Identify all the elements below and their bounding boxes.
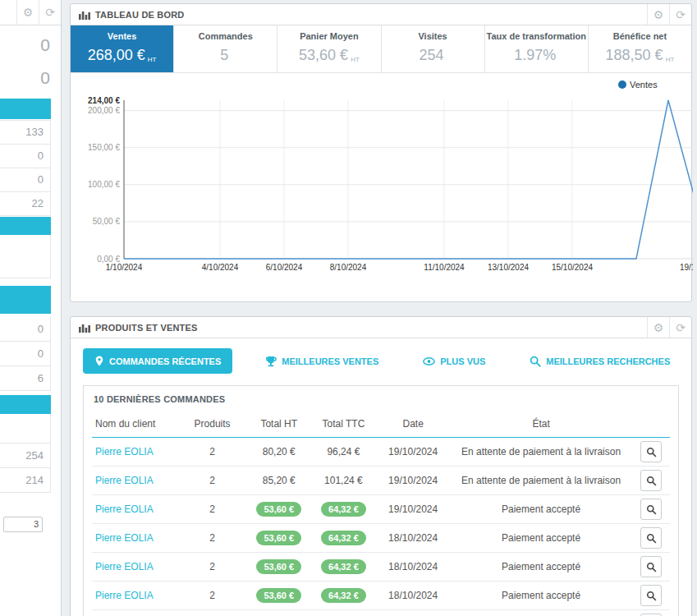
orders-tbody: Pierre EOLIA 2 80,20 € 96,24 € 19/10/202…	[92, 438, 670, 616]
total-ttc-value: 64,32 €	[321, 559, 366, 574]
order-date-cell: 19/10/2024	[376, 467, 450, 495]
kpi-value: 53,60 €HT	[277, 47, 380, 64]
magnifier-icon	[646, 447, 657, 457]
magnifier-icon	[646, 533, 657, 544]
order-actions-cell	[632, 553, 670, 582]
order-products-cell: 2	[177, 467, 247, 495]
empty-card	[0, 414, 51, 444]
products-panel-title: PRODUITS ET VENTES	[71, 317, 647, 338]
sales-chart: 214,00 €200,00 €150,00 €100,00 €50,00 €0…	[71, 75, 693, 284]
kpi-label: Visites	[382, 31, 484, 41]
client-link[interactable]: Pierre EOLIA	[95, 446, 154, 457]
tab-commandes-recentes[interactable]: COMMANDES RÉCENTES	[83, 348, 232, 374]
order-date-cell: 18/10/2024	[376, 553, 450, 582]
kpi-row: Ventes 268,00 €HT Commandes 5 Panier Moy…	[71, 25, 691, 73]
client-link[interactable]: Pierre EOLIA	[95, 475, 154, 486]
kpi-taux-transformation[interactable]: Taux de transformation 1.97%	[485, 25, 589, 72]
order-status-cell: Paiement accepté	[450, 610, 632, 616]
total-ttc-value: 101,24 €	[324, 475, 363, 486]
orders-table: Nom du client Produits Total HT Total TT…	[92, 411, 670, 616]
column-header-total-ttc: Total TTC	[311, 411, 377, 438]
tab-label: COMMANDES RÉCENTES	[109, 356, 221, 366]
kpi-label: Bénéfice net	[589, 31, 691, 41]
client-link[interactable]: Pierre EOLIA	[95, 561, 154, 572]
table-row: Pierre EOLIA 2 53,60 € 64,32 € 18/10/202…	[92, 582, 670, 610]
svg-text:214,00 €: 214,00 €	[88, 96, 120, 105]
dashboard-panel-header: TABLEAU DE BORD ⚙ ⟳	[71, 4, 691, 25]
kpi-benefice-net[interactable]: Bénéfice net 188,50 €HT	[589, 25, 691, 72]
refresh-icon[interactable]: ⟳	[669, 317, 691, 338]
kpi-ventes[interactable]: Ventes 268,00 €HT	[71, 25, 174, 72]
activity-panel-title	[0, 0, 16, 25]
kpi-commandes[interactable]: Commandes 5	[174, 25, 277, 72]
view-order-button[interactable]	[640, 499, 662, 520]
order-total-ht-cell: 80,20 €	[247, 438, 311, 467]
order-client-cell: Pierre EOLIA	[92, 582, 177, 610]
view-order-button[interactable]	[640, 527, 662, 549]
tab-plus-vus[interactable]: PLUS VUS	[411, 350, 497, 373]
order-status-cell: Paiement accepté	[450, 582, 632, 610]
gear-icon[interactable]: ⚙	[647, 317, 669, 338]
order-client-cell: Pierre EOLIA	[92, 524, 177, 553]
refresh-icon[interactable]: ⟳	[39, 0, 61, 25]
quantity-input[interactable]: 3	[3, 517, 43, 532]
tab-label: MEILLEURES VENTES	[282, 356, 378, 366]
view-order-button[interactable]	[640, 585, 662, 606]
order-date-cell: 19/10/2024	[376, 495, 450, 524]
order-total-ht-cell: 53,60 €	[247, 553, 311, 582]
kpi-panier-moyen[interactable]: Panier Moyen 53,60 €HT	[277, 25, 381, 72]
order-actions-cell	[632, 582, 670, 610]
gear-icon[interactable]: ⚙	[16, 0, 39, 25]
table-row: Pierre EOLIA 2 53,60 € 64,32 € 18/10/202…	[92, 524, 670, 553]
pin-icon	[94, 355, 104, 367]
recent-orders-box: 10 DERNIÈRES COMMANDES Nom du client Pro…	[83, 385, 679, 616]
table-row: Pierre EOLIA 2 53,60 € 64,32 € 18/10/202…	[92, 610, 670, 616]
order-status-cell: Paiement accepté	[450, 524, 632, 553]
order-actions-cell	[632, 467, 670, 495]
order-date-cell: 18/10/2024	[376, 524, 450, 553]
order-products-cell: 2	[177, 610, 247, 616]
products-tabs: COMMANDES RÉCENTES MEILLEURES VENTES PLU…	[71, 338, 691, 385]
refresh-icon[interactable]: ⟳	[669, 4, 691, 25]
table-row: Pierre EOLIA 2 53,60 € 64,32 € 18/10/202…	[92, 553, 670, 582]
kpi-visites[interactable]: Visites 254	[382, 25, 485, 72]
view-order-button[interactable]	[640, 441, 662, 462]
recent-orders-title: 10 DERNIÈRES COMMANDES	[84, 386, 678, 411]
view-order-button[interactable]	[640, 470, 662, 491]
client-link[interactable]: Pierre EOLIA	[95, 503, 154, 515]
column-header-client: Nom du client	[92, 411, 177, 438]
activity-stat-value: 0	[0, 31, 61, 59]
order-status-cell: Paiement accepté	[450, 553, 632, 582]
magnifier-icon	[530, 356, 541, 367]
dashboard-trends-panel: TABLEAU DE BORD ⚙ ⟳ Ventes 268,00 €HT Co…	[70, 3, 692, 302]
kpi-label: Commandes	[174, 31, 277, 41]
order-actions-cell	[632, 524, 670, 553]
svg-text:13/10/2024: 13/10/2024	[488, 263, 529, 272]
list-item-value: 0	[0, 342, 51, 366]
total-ht-value: 80,20 €	[263, 446, 296, 457]
kpi-value: 188,50 €HT	[589, 47, 691, 64]
order-status-cell: Paiement accepté	[450, 495, 632, 524]
order-client-cell: Pierre EOLIA	[92, 553, 177, 582]
order-total-ht-cell: 53,60 €	[247, 610, 311, 616]
list-item-value: 6	[0, 366, 51, 391]
list-item-value: 133	[0, 121, 51, 145]
order-total-ttc-cell: 64,32 €	[311, 524, 377, 553]
client-link[interactable]: Pierre EOLIA	[95, 590, 154, 601]
client-link[interactable]: Pierre EOLIA	[95, 532, 154, 544]
tab-label: MEILLEURES RECHERCHES	[546, 356, 670, 366]
svg-text:150,00 €: 150,00 €	[88, 143, 120, 152]
order-date-cell: 19/10/2024	[376, 438, 450, 467]
tab-meilleures-ventes[interactable]: MEILLEURES VENTES	[254, 349, 390, 374]
svg-text:50,00 €: 50,00 €	[93, 217, 121, 226]
gear-icon[interactable]: ⚙	[647, 4, 669, 25]
list-item-value: 0	[0, 317, 51, 342]
total-ttc-value: 64,32 €	[321, 502, 366, 517]
list-item-value: 0	[0, 168, 51, 192]
chart-legend[interactable]: Ventes	[618, 80, 658, 90]
order-products-cell: 2	[177, 582, 247, 610]
view-order-button[interactable]	[640, 556, 662, 577]
tab-meilleures-recherches[interactable]: MEILLEURES RECHERCHES	[518, 349, 681, 374]
panel-title-text: PRODUITS ET VENTES	[95, 323, 198, 333]
list-item-value: 214	[0, 468, 51, 493]
